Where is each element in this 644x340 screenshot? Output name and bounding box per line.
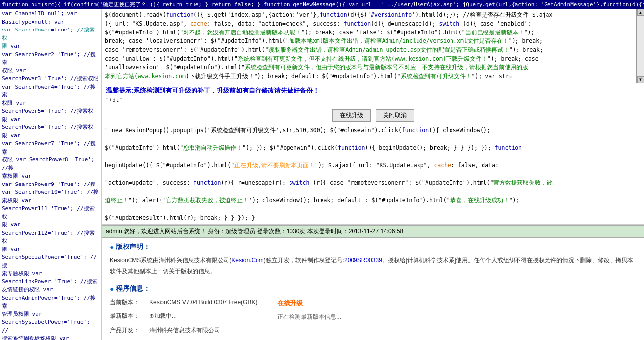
close-cancel-button[interactable]: 关闭取消 xyxy=(376,109,414,122)
code-area[interactable]: $(document).ready(function(){ $.get('ind… xyxy=(102,9,644,225)
company-value: 漳州科兴信息技术有限公司 xyxy=(149,325,636,336)
left-code-text: var ChannelID=null; var BasicType=null; … xyxy=(2,10,102,340)
copyright-bullet: ● xyxy=(110,243,114,251)
top-code-text: function out(src){ if(confirm('确定更换已完了？'… xyxy=(2,1,644,8)
scroll-down-arrow[interactable]: ▼ xyxy=(637,76,644,83)
company-row: 产品开发： 漳州科兴信息技术有限公司 xyxy=(110,325,636,336)
copyright-title: ● 版权声明： xyxy=(110,243,636,251)
code-content: $(document).ready(function(){ $.get('ind… xyxy=(102,9,636,83)
program-title-text: 程序信息： xyxy=(116,284,150,293)
company-label: 产品开发： xyxy=(110,325,149,336)
right-panel: $(document).ready(function(){ $.get('ind… xyxy=(102,9,644,340)
scroll-up-arrow[interactable]: ▲ xyxy=(637,9,644,16)
current-version-row: 当前版本： KesionCMS V7.04 Build 0307 Free(GB… xyxy=(110,297,267,308)
online-upgrade-button[interactable]: 在线升级 xyxy=(332,109,371,122)
copyright-text2: )独立开发，软件制作权登记号: xyxy=(264,257,344,264)
detecting-text: 正在检测最新版本信息... xyxy=(277,312,341,323)
top-code-bar: function out(src){ if(confirm('确定更换已完了？'… xyxy=(0,0,644,9)
current-version-label: 当前版本： xyxy=(110,297,149,308)
latest-version-label: 最新版本： xyxy=(110,311,149,322)
copyright-title-text: 版权声明： xyxy=(116,243,150,251)
copyright-link2[interactable]: 2009SR00339 xyxy=(344,257,382,264)
col-left: 当前版本： KesionCMS V7.04 Build 0307 Free(GB… xyxy=(110,297,267,325)
program-title: ● 程序信息： xyxy=(110,284,636,293)
copyright-body: KesionCMS系统由漳州科兴信息技术有限公司(Kesion.Com)独立开发… xyxy=(110,255,636,277)
program-version-row: 当前版本： KesionCMS V7.04 Build 0307 Free(GB… xyxy=(110,297,636,325)
code-area2: " new KesionPopup().popupTips('系统检查到有可升级… xyxy=(102,124,644,225)
latest-version-value: ⊕加载中... xyxy=(149,311,267,322)
code-scrollbar[interactable]: ▲ ▼ xyxy=(636,9,644,83)
main-container: var ChannelID=null; var BasicType=null; … xyxy=(0,9,644,340)
warning-text: 温馨提示:系统检测到有可升级的补丁，升级前如有自行修改请先做好备份！ xyxy=(102,83,644,97)
scroll-track[interactable] xyxy=(637,16,644,76)
detecting-row: 正在检测最新版本信息... xyxy=(267,312,636,323)
copyright-text1: KesionCMS系统由漳州科兴信息技术有限公司( xyxy=(110,257,231,264)
online-upgrade-row: 在线升级 xyxy=(267,297,636,309)
online-upgrade-text[interactable]: 在线升级 xyxy=(277,297,303,309)
button-row: 在线升级 关闭取消 xyxy=(102,105,644,124)
program-info: 当前版本： KesionCMS V7.04 Build 0307 Free(GB… xyxy=(110,297,636,340)
program-bullet: ● xyxy=(110,285,114,293)
info-panel: ● 版权声明： KesionCMS系统由漳州科兴信息技术有限公司(Kesion.… xyxy=(102,238,644,340)
left-panel[interactable]: var ChannelID=null; var BasicType=null; … xyxy=(0,9,102,340)
latest-version-row: 最新版本： ⊕加载中... xyxy=(110,311,267,322)
status-bar: admin 您好，欢迎进入网站后台系统！ 身份：超级管理员 登录次数：1030次… xyxy=(102,225,644,238)
copyright-link1[interactable]: Kesion.Com xyxy=(231,257,263,264)
warning-extra: "+dt" xyxy=(102,97,644,105)
col-right: 在线升级 正在检测最新版本信息... xyxy=(267,297,636,325)
current-version-value: KesionCMS V7.04 Build 0307 Free(GBK) xyxy=(149,297,267,308)
